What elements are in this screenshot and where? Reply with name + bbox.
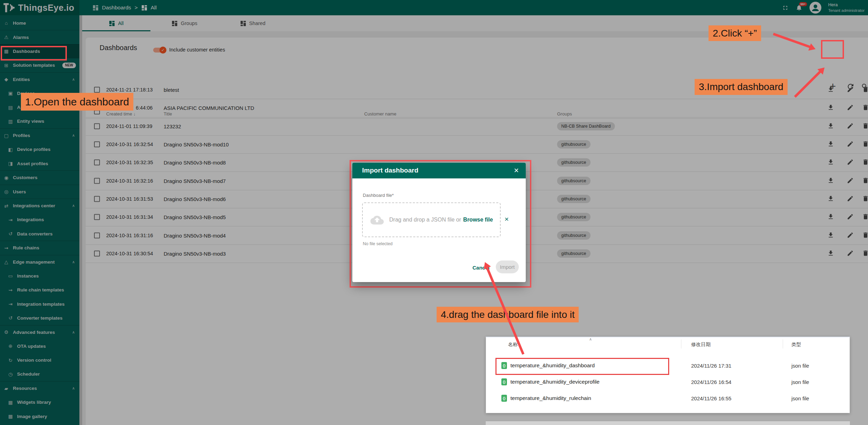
file-dropzone[interactable]: Drag and drop a JSON file or Browse file [362, 202, 501, 237]
annotation-step1: 1.Open the dashboard [21, 93, 133, 111]
column-divider [783, 339, 783, 348]
file-explorer-window: 名称 修改日期 类型 ∧ {}temperature_&humidity_das… [486, 337, 850, 413]
file-type: json file [791, 379, 809, 385]
file-type: json file [791, 395, 809, 401]
file-row[interactable]: {}temperature_&humidity_deviceprofile202… [486, 374, 850, 390]
file-name: temperature_&humidity_deviceprofile [510, 379, 600, 385]
explorer-col-type[interactable]: 类型 [791, 342, 801, 348]
import-button[interactable]: Import [496, 260, 519, 273]
sort-caret-icon: ∧ [589, 337, 592, 342]
dashboards-highlight-rect [1, 46, 67, 61]
explorer-bottom-edge [486, 421, 850, 425]
dashboard-file-label: Dashboard file* [363, 193, 394, 198]
json-file-icon: {} [501, 378, 507, 385]
explorer-col-date[interactable]: 修改日期 [691, 342, 711, 348]
annotation-step3: 3.Import dashboard [695, 79, 788, 95]
modal-header: Import dashboard × [352, 163, 526, 178]
import-dashboard-modal: Import dashboard × Dashboard file* Drag … [352, 163, 526, 282]
plus-highlight-rect [821, 40, 844, 59]
json-file-icon: {} [501, 395, 507, 402]
file-date: 2024/11/26 16:54 [691, 379, 732, 385]
file-name: temperature_&humidity_rulechain [510, 395, 591, 401]
close-icon[interactable]: × [514, 166, 519, 175]
file-type: json file [791, 363, 809, 369]
column-divider [681, 339, 681, 348]
file-date: 2024/11/26 16:55 [691, 395, 732, 401]
no-file-text: No file selected [363, 241, 392, 246]
browse-file-link[interactable]: Browse file [463, 217, 493, 223]
cloud-upload-icon [370, 215, 384, 225]
explorer-col-name[interactable]: 名称 [508, 342, 518, 348]
screen: ThingsEye.io Dashboards > All 99+ [0, 0, 868, 425]
annotation-step2: 2.Click “+” [709, 25, 761, 41]
file-row[interactable]: {}temperature_&humidity_rulechain2024/11… [486, 390, 850, 406]
clear-file-icon[interactable]: × [505, 215, 509, 223]
dropzone-text: Drag and drop a JSON file or [389, 217, 461, 223]
file-date: 2024/11/26 17:31 [691, 363, 732, 369]
file-highlight-rect [495, 358, 669, 375]
modal-title: Import dashboard [362, 167, 419, 174]
